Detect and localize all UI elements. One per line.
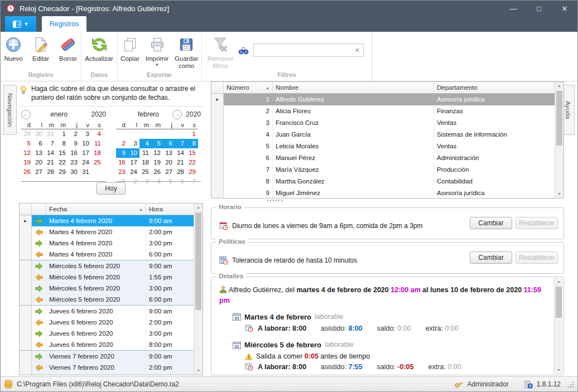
calendar-day[interactable]: 13 — [33, 148, 45, 158]
employees-scrollbar[interactable]: ▲ ▼ — [555, 82, 563, 198]
calendar-day[interactable]: 8 — [56, 139, 68, 148]
employees-header-departamento[interactable]: Departamento — [434, 82, 555, 93]
record-row[interactable]: Miércoles 5 febrero 20209:00 am — [20, 260, 203, 272]
remove-filters-button[interactable]: Remover filtros — [204, 35, 237, 71]
tab-registros[interactable]: Registros — [42, 16, 86, 32]
employee-row[interactable]: 2Alicia FloresFinanzas — [211, 105, 563, 117]
calendar-day[interactable]: 25 — [91, 158, 103, 167]
calendar-day[interactable]: 9 — [68, 139, 80, 148]
calendar-day[interactable]: 11 — [91, 139, 103, 148]
calendar-day[interactable]: 26 — [21, 167, 33, 177]
scroll-down-icon[interactable]: ▼ — [194, 367, 203, 375]
record-row[interactable]: Martes 4 febrero 20206:00 pm — [20, 249, 203, 260]
calendar-day[interactable]: 14 — [45, 148, 56, 158]
calendar-day[interactable]: 22 — [56, 158, 68, 167]
calendar-day[interactable]: 8 — [186, 139, 198, 148]
calendar-day[interactable]: 31 — [45, 129, 56, 139]
record-row[interactable]: Jueves 6 febrero 20209:00 am — [20, 305, 203, 317]
maximize-button[interactable]: □ — [526, 1, 552, 16]
employees-header-nombre[interactable]: Nombre — [273, 82, 434, 93]
calendar-day[interactable]: 7 — [45, 139, 56, 148]
calendar-day[interactable]: 6 — [163, 139, 175, 148]
edit-button[interactable]: Editar — [28, 35, 54, 64]
calendar-day[interactable]: 28 — [175, 167, 186, 177]
horario-reset-button[interactable]: Restablecer — [516, 217, 558, 229]
calendar-day[interactable]: 28 — [45, 167, 56, 177]
calendar-day[interactable]: 12 — [21, 148, 33, 158]
employee-row[interactable]: 5Leticia MoralesVentas — [211, 141, 563, 152]
politicas-change-button[interactable]: Cambiar — [470, 251, 512, 264]
app-menu-button[interactable]: ▼ — [5, 16, 36, 32]
calendar-day[interactable]: 5 — [21, 139, 33, 148]
minimize-button[interactable]: — — [500, 1, 526, 16]
record-row[interactable]: Martes 4 febrero 20203:00 pm — [20, 238, 203, 249]
splitter-handle[interactable] — [267, 200, 284, 201]
calendar-day[interactable]: 19 — [21, 158, 33, 167]
calendar-prev-button[interactable]: ← — [21, 110, 31, 119]
calendar-day[interactable]: 25 — [139, 167, 151, 177]
scroll-down-icon[interactable]: ▼ — [555, 366, 563, 374]
record-row[interactable]: Viernes 7 febrero 20202:00 pm — [20, 362, 203, 373]
employee-row[interactable]: 4Juan GarcíaSistemas de información — [211, 129, 563, 141]
calendar-day[interactable]: 26 — [151, 167, 163, 177]
copy-button[interactable]: Copiar — [117, 35, 143, 64]
calendar-day[interactable]: 16 — [68, 148, 80, 158]
record-row[interactable]: Miércoles 5 febrero 20206:00 pm — [20, 294, 203, 305]
calendar-day[interactable]: 29 — [21, 129, 33, 139]
calendar-day[interactable]: 23 — [68, 158, 80, 167]
calendar-day[interactable]: 9 — [116, 148, 128, 158]
calendar-day[interactable]: 2 — [68, 129, 80, 139]
horario-change-button[interactable]: Cambiar — [470, 217, 512, 229]
calendar-day[interactable]: 27 — [33, 167, 45, 177]
calendar-day[interactable]: 19 — [151, 158, 163, 167]
calendar-day[interactable]: 16 — [116, 158, 128, 167]
calendar-day[interactable]: 18 — [139, 158, 151, 167]
calendar-day[interactable]: 30 — [68, 167, 80, 177]
employee-row[interactable]: 3Francisco CruzVentas — [211, 117, 563, 129]
calendar-day[interactable]: 3 — [80, 129, 91, 139]
calendar-day[interactable]: 14 — [175, 148, 186, 158]
calendar-day[interactable]: 10 — [128, 148, 139, 158]
scroll-thumb[interactable] — [556, 287, 562, 318]
details-scrollbar[interactable]: ▲ ▼ — [554, 278, 563, 374]
employees-header-numero[interactable]: Número▲ — [224, 82, 273, 93]
calendar-day[interactable]: 13 — [163, 148, 175, 158]
navigation-side-tab[interactable]: Navegación — [3, 85, 17, 135]
calendar-day[interactable]: 1 — [186, 129, 198, 139]
calendar-day[interactable]: 10 — [80, 139, 91, 148]
calendar-day[interactable]: 6 — [33, 139, 45, 148]
calendar-day[interactable]: 5 — [151, 139, 163, 148]
calendar-day[interactable]: 1 — [56, 129, 68, 139]
calendar-day[interactable]: 4 — [91, 129, 103, 139]
calendar-day[interactable]: 18 — [91, 148, 103, 158]
new-button[interactable]: Nuevo — [1, 35, 26, 64]
calendar-next-button[interactable]: → — [172, 110, 182, 119]
calendar-day[interactable]: 4 — [139, 139, 151, 148]
search-input[interactable] — [254, 45, 351, 55]
today-button[interactable]: Hoy — [97, 182, 126, 195]
print-button[interactable]: Imprimir ▼ — [144, 35, 170, 67]
calendar-day[interactable]: 2 — [116, 139, 128, 148]
calendar-day[interactable]: 29 — [186, 167, 198, 177]
records-scrollbar[interactable]: ▲ ▼ — [194, 204, 203, 375]
record-row[interactable]: Miércoles 5 febrero 20203:00 pm — [20, 283, 203, 294]
calendar-day[interactable]: 17 — [80, 148, 91, 158]
scroll-down-icon[interactable]: ▼ — [555, 190, 563, 198]
scroll-up-icon[interactable]: ▲ — [555, 82, 563, 90]
calendar-day[interactable]: 7 — [175, 139, 186, 148]
scroll-up-icon[interactable]: ▲ — [194, 204, 203, 211]
calendar-day[interactable]: 15 — [186, 148, 198, 158]
calendar-day[interactable]: 30 — [33, 129, 45, 139]
calendar-day[interactable]: 27 — [163, 167, 175, 177]
employee-row[interactable]: 6Manuel PérezAdministración — [211, 152, 563, 163]
record-row[interactable]: Viernes 7 febrero 20203:00 pm — [20, 373, 203, 375]
record-row[interactable]: Jueves 6 febrero 20202:00 pm — [20, 317, 203, 328]
record-row[interactable]: ▸Martes 4 febrero 20209:00 am — [20, 215, 203, 226]
employee-row[interactable]: 8Martha GonzálezContabilidad — [211, 175, 563, 187]
calendar-day[interactable]: 3 — [128, 139, 139, 148]
calendar-day[interactable]: 24 — [80, 158, 91, 167]
record-row[interactable]: Viernes 7 febrero 20209:00 am — [20, 350, 203, 362]
resize-grip[interactable] — [567, 381, 574, 388]
scroll-up-icon[interactable]: ▲ — [555, 278, 563, 285]
scroll-thumb[interactable] — [556, 91, 562, 146]
